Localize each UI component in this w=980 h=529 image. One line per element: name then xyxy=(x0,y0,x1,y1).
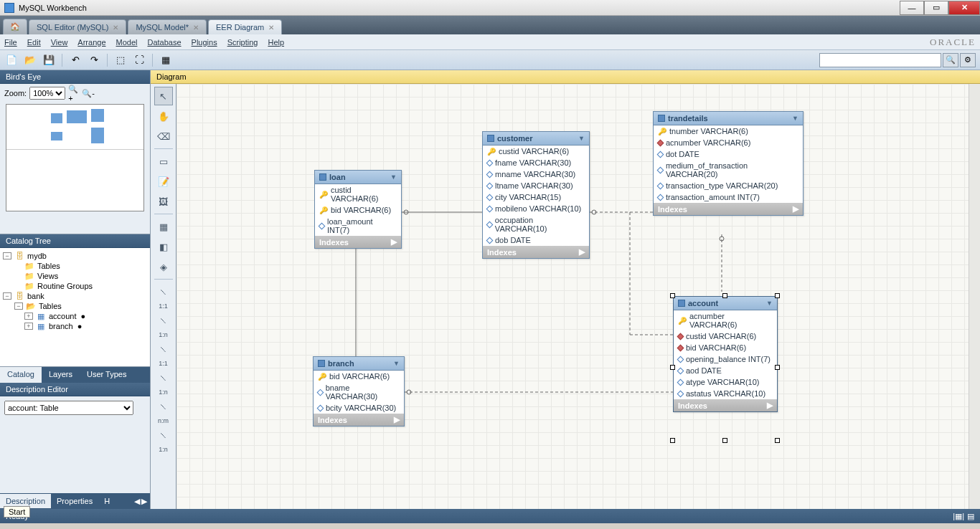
menu-plugins[interactable]: Plugins xyxy=(192,38,217,47)
tree-branch[interactable]: +▦branch● xyxy=(3,321,147,331)
column-icon xyxy=(657,166,664,173)
menu-edit[interactable]: Edit xyxy=(27,38,41,47)
selection-handle[interactable] xyxy=(775,293,780,298)
catalog-tree[interactable]: −🗄mydb 📁Tables 📁Views 📁Routine Groups −🗄… xyxy=(0,248,150,367)
maximize-button[interactable]: ▭ xyxy=(924,1,948,15)
zoom-select[interactable]: 100% xyxy=(29,87,65,100)
menu-arrange[interactable]: Arrange xyxy=(77,38,105,47)
table-tool-icon[interactable]: ▦ xyxy=(154,217,173,236)
tab-sql-editor[interactable]: SQL Editor (MySQL)✕ xyxy=(29,19,126,34)
table-loan[interactable]: loan▼ 🔑custid VARCHAR(6) 🔑bid VARCHAR(6)… xyxy=(314,170,402,249)
key-icon: 🔑 xyxy=(319,206,328,214)
table-trandetails[interactable]: trandetails▼ 🔑tnumber VARCHAR(6) acnumbe… xyxy=(653,111,804,216)
tab-properties[interactable]: Properties xyxy=(51,494,98,508)
tab-mysql-model[interactable]: MySQL Model*✕ xyxy=(128,19,207,34)
close-icon[interactable]: ✕ xyxy=(113,24,118,32)
tab-scroll[interactable]: ◀▶ xyxy=(131,497,150,506)
table-icon xyxy=(658,115,665,122)
diagram-canvas[interactable]: loan▼ 🔑custid VARCHAR(6) 🔑bid VARCHAR(6)… xyxy=(176,84,980,509)
table-customer[interactable]: customer▼ 🔑custid VARCHAR(6) fname VARCH… xyxy=(482,131,590,259)
rel-1n-existing-icon[interactable]: ⟍ xyxy=(154,426,173,444)
selection-handle[interactable] xyxy=(670,293,675,298)
menu-help[interactable]: Help xyxy=(268,38,284,47)
minimize-button[interactable]: — xyxy=(900,1,924,15)
selection-handle[interactable] xyxy=(670,365,675,370)
tree-mydb-tables[interactable]: 📁Tables xyxy=(3,261,147,271)
new-file-icon[interactable]: 📄 xyxy=(4,53,19,67)
fit-icon[interactable]: ⛶ xyxy=(132,53,146,67)
close-icon[interactable]: ✕ xyxy=(193,24,199,32)
close-icon[interactable]: ✕ xyxy=(268,24,274,32)
menu-scripting[interactable]: Scripting xyxy=(227,38,258,47)
search-options-icon[interactable]: ⚙ xyxy=(960,53,976,67)
rel-11-ident-icon[interactable]: ⟍ xyxy=(154,340,173,358)
expand-icon[interactable]: ▶ xyxy=(767,401,773,410)
hand-tool-icon[interactable]: ✋ xyxy=(154,107,173,125)
align-icon[interactable]: ▦ xyxy=(159,53,173,67)
expand-icon[interactable]: ▶ xyxy=(793,204,798,214)
tree-mydb-routine[interactable]: 📁Routine Groups xyxy=(3,281,147,291)
svg-point-8 xyxy=(407,390,411,394)
tab-layers[interactable]: Layers xyxy=(42,367,80,383)
collapse-icon[interactable]: ▼ xyxy=(393,360,400,367)
selection-handle[interactable] xyxy=(670,438,675,443)
menu-database[interactable]: Database xyxy=(147,38,181,47)
table-account[interactable]: account▼ 🔑acnumber VARCHAR(6) custid VAR… xyxy=(673,296,778,412)
selection-handle[interactable] xyxy=(775,365,780,370)
expand-icon[interactable]: ▶ xyxy=(391,237,397,247)
menu-model[interactable]: Model xyxy=(116,38,138,47)
selection-handle[interactable] xyxy=(722,438,727,443)
collapse-icon[interactable]: ▼ xyxy=(390,173,397,181)
grid-icon[interactable]: ⬚ xyxy=(113,53,128,67)
routine-tool-icon[interactable]: ◈ xyxy=(154,257,173,276)
image-tool-icon[interactable]: 🖼 xyxy=(154,192,173,211)
view-tool-icon[interactable]: ◧ xyxy=(154,237,173,256)
collapse-icon[interactable]: ▼ xyxy=(578,135,585,142)
open-file-icon[interactable]: 📂 xyxy=(23,53,37,67)
status-icon[interactable]: ▤ xyxy=(967,512,974,521)
tab-eer-diagram[interactable]: EER Diagram✕ xyxy=(208,19,282,34)
tree-bank[interactable]: −🗄bank xyxy=(3,291,147,301)
tab-history[interactable]: H xyxy=(98,494,116,508)
table-branch[interactable]: branch▼ 🔑bid VARCHAR(6) bname VARCHAR(30… xyxy=(313,356,405,426)
search-icon[interactable]: 🔍 xyxy=(943,53,958,67)
tree-bank-tables[interactable]: −📂Tables xyxy=(3,301,147,311)
search-input[interactable] xyxy=(819,53,941,67)
collapse-icon[interactable]: ▼ xyxy=(792,115,798,122)
layer-tool-icon[interactable]: ▭ xyxy=(154,152,173,171)
tab-catalog[interactable]: Catalog xyxy=(0,367,42,383)
expand-icon[interactable]: ▶ xyxy=(394,415,400,424)
tree-mydb[interactable]: −🗄mydb xyxy=(3,251,147,261)
minimap[interactable] xyxy=(6,104,144,211)
column-icon xyxy=(486,159,494,166)
undo-icon[interactable]: ↶ xyxy=(68,53,83,67)
close-button[interactable]: ✕ xyxy=(948,1,980,15)
selection-handle[interactable] xyxy=(722,293,727,298)
selection-handle[interactable] xyxy=(775,438,780,443)
eraser-tool-icon[interactable]: ⌫ xyxy=(154,127,173,146)
rel-1n-ident-icon[interactable]: ⟍ xyxy=(154,368,173,387)
canvas-scrollbar[interactable] xyxy=(969,84,980,509)
note-tool-icon[interactable]: 📝 xyxy=(154,172,173,191)
zoom-in-icon[interactable]: 🔍+ xyxy=(68,87,80,99)
statusbar: Ready |▦| ▤ xyxy=(0,509,980,523)
description-select[interactable]: account: Table xyxy=(4,401,133,415)
expand-icon[interactable]: ▶ xyxy=(579,247,585,257)
pointer-tool-icon[interactable]: ↖ xyxy=(154,87,173,105)
tab-home[interactable]: 🏠 xyxy=(3,19,27,34)
menu-file[interactable]: File xyxy=(4,38,17,47)
redo-icon[interactable]: ↷ xyxy=(87,53,101,67)
zoom-out-icon[interactable]: 🔍- xyxy=(83,87,94,99)
tree-mydb-views[interactable]: 📁Views xyxy=(3,271,147,281)
rel-nm-icon[interactable]: ⟍ xyxy=(154,397,173,416)
tab-user-types[interactable]: User Types xyxy=(80,367,133,383)
tool-palette: ↖ ✋ ⌫ ▭ 📝 🖼 ▦ ◧ ◈ ⟍ 1:1 ⟍ 1:n ⟍ 1:1 ⟍ 1:… xyxy=(151,84,176,509)
status-icon[interactable]: |▦| xyxy=(953,512,964,521)
tree-account[interactable]: +▦account● xyxy=(3,311,147,321)
rel-11-nonident-icon[interactable]: ⟍ xyxy=(154,282,173,301)
save-icon[interactable]: 💾 xyxy=(42,53,56,67)
rel-1n-nonident-icon[interactable]: ⟍ xyxy=(154,311,173,330)
menu-view[interactable]: View xyxy=(51,38,68,47)
collapse-icon[interactable]: ▼ xyxy=(766,300,773,307)
main: Bird's Eye Zoom: 100% 🔍+ 🔍- Catalog Tree… xyxy=(0,70,980,509)
